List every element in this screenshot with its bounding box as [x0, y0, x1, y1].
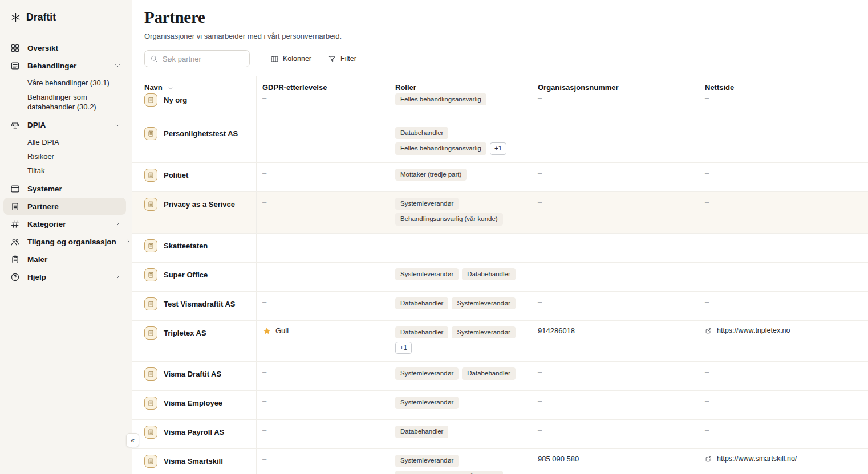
- table-row-personlighetstest-as[interactable]: Personlighetstest AS–DatabehandlerFelles…: [132, 121, 868, 163]
- empty-value: –: [538, 367, 542, 376]
- partner-name-cell: Visma Draftit AS: [132, 362, 257, 390]
- partner-name-cell: Ny org: [132, 92, 257, 121]
- arrow-down-icon[interactable]: [167, 84, 175, 91]
- empty-value: –: [705, 169, 709, 177]
- role-badge: Databehandler: [395, 297, 448, 309]
- roles-list: SystemleverandørBehandlingsansvarlig (vå…: [395, 455, 531, 474]
- roles-extra-count-badge[interactable]: +1: [395, 342, 412, 354]
- gdpr-cell: –: [257, 391, 390, 419]
- roles-cell: SystemleverandørDatabehandler: [390, 362, 532, 390]
- column-header-nettside[interactable]: Nettside: [699, 76, 868, 92]
- sidebar-collapse-button[interactable]: «: [126, 433, 139, 447]
- organization-icon: [144, 455, 157, 468]
- gdpr-cell: –: [257, 121, 390, 162]
- orgnr-cell: –: [532, 391, 699, 419]
- empty-value: –: [262, 93, 266, 102]
- sidebar-item-behandlinger[interactable]: Behandlinger: [3, 57, 126, 74]
- website-link[interactable]: https://www.smartskill.no/: [705, 455, 868, 463]
- empty-value: –: [705, 426, 709, 434]
- roles-cell: DatabehandlerSystemleverandør: [390, 292, 532, 320]
- role-badge: Systemleverandør: [452, 297, 515, 309]
- role-badge: Systemleverandør: [395, 397, 459, 408]
- table-row-skatteetaten[interactable]: Skatteetaten–––: [132, 234, 868, 263]
- gdpr-level: Gull: [262, 326, 390, 336]
- website-url: https://www.smartskill.no/: [717, 455, 797, 463]
- gdpr-cell: –: [257, 263, 390, 291]
- column-header-navn[interactable]: Navn: [132, 76, 257, 92]
- partner-name: Ny org: [164, 93, 187, 104]
- table-row-visma-smartskill[interactable]: Visma Smartskill–SystemleverandørBehandl…: [132, 449, 868, 474]
- column-header-roller[interactable]: Roller: [390, 76, 532, 92]
- brand-logo[interactable]: Draftit: [3, 8, 126, 27]
- column-header-orgnr[interactable]: Organisasjonsnummer: [532, 76, 699, 92]
- sidebar-item-tilgang-og-organisasjon[interactable]: Tilgang og organisasjon: [3, 233, 126, 250]
- sidebar-item-partnere[interactable]: Partnere: [3, 198, 126, 215]
- external-link-icon: [705, 327, 712, 334]
- scales-icon: [10, 120, 20, 130]
- gdpr-cell: Gull: [257, 321, 390, 362]
- table-header: Navn GDPR-etterlevelse Roller Organisasj…: [132, 76, 868, 92]
- empty-value: –: [705, 239, 709, 248]
- sidebar-subitem-alle-dpia[interactable]: Alle DPIA: [3, 135, 126, 149]
- filter-button[interactable]: Filter: [328, 55, 356, 63]
- website-cell: –: [699, 263, 868, 291]
- columns-button[interactable]: Kolonner: [270, 55, 311, 63]
- sidebar-item-systemer[interactable]: Systemer: [3, 180, 126, 197]
- table-row-super-office[interactable]: Super Office–SystemleverandørDatabehandl…: [132, 263, 868, 292]
- sidebar-item-maler[interactable]: Maler: [3, 251, 126, 268]
- sidebar-item-hjelp[interactable]: Hjelp: [3, 268, 126, 285]
- sidebar-subitem-risikoer[interactable]: Risikoer: [3, 149, 126, 164]
- list-icon: [10, 61, 20, 71]
- table-row-visma-payroll-as[interactable]: Visma Payroll AS–Databehandler––: [132, 420, 868, 449]
- role-badge: Systemleverandør: [395, 198, 459, 210]
- table-row-visma-employee[interactable]: Visma Employee–Systemleverandør––: [132, 391, 868, 420]
- roles-cell: Systemleverandør: [390, 391, 532, 419]
- roles-extra-count-badge[interactable]: +1: [490, 142, 506, 154]
- sidebar-subitem-v-re-behandlinger-30-1[interactable]: Våre behandlinger (30.1): [3, 76, 126, 90]
- chevron-right-icon: [113, 273, 121, 281]
- building-icon: [10, 202, 20, 211]
- role-badge: Systemleverandør: [452, 326, 515, 338]
- brand-name: Draftit: [26, 11, 56, 23]
- sidebar-item-oversikt[interactable]: Oversikt: [3, 39, 126, 56]
- search-input[interactable]: [144, 50, 250, 67]
- column-header-gdpr[interactable]: GDPR-etterlevelse: [257, 76, 390, 92]
- table-row-privacy-as-a-serivce[interactable]: Privacy as a Serivce–SystemleverandørBeh…: [132, 192, 868, 234]
- help-icon: [10, 272, 20, 282]
- orgnr-cell: –: [532, 192, 699, 233]
- sidebar-subitem-tiltak[interactable]: Tiltak: [3, 164, 126, 178]
- empty-value: –: [538, 397, 542, 405]
- partner-name-cell: Visma Smartskill: [132, 449, 257, 474]
- column-header-label: Navn: [144, 83, 163, 92]
- toolbar: Kolonner Filter: [132, 50, 868, 76]
- organization-icon: [144, 169, 157, 182]
- roles-list: Databehandler: [395, 426, 531, 438]
- star-icon: [262, 326, 271, 336]
- chevron-right-icon: [113, 220, 121, 228]
- organization-icon: [144, 426, 157, 439]
- sidebar-item-label: Hjelp: [27, 273, 106, 281]
- sidebar-item-kategorier[interactable]: Kategorier: [3, 215, 126, 232]
- website-link[interactable]: https://www.tripletex.no: [705, 326, 868, 334]
- partner-name: Visma Draftit AS: [164, 367, 221, 378]
- sidebar-item-dpia[interactable]: DPIA: [3, 116, 126, 133]
- sidebar-subitem-behandlinger-som-databehandler-30-2[interactable]: Behandlinger som databehandler (30.2): [3, 90, 126, 114]
- sidebar-item-label: Tilgang og organisasjon: [27, 238, 116, 246]
- empty-value: –: [538, 93, 542, 102]
- role-badge: Felles behandlingsansvarlig: [395, 142, 486, 154]
- orgnr-cell: –: [532, 263, 699, 291]
- roles-list: SystemleverandørDatabehandler: [395, 367, 531, 379]
- table-row-ny-org[interactable]: Ny org–Felles behandlingsansvarlig––: [132, 92, 868, 121]
- table-row-visma-draftit-as[interactable]: Visma Draftit AS–SystemleverandørDatabeh…: [132, 362, 868, 391]
- table-row-tripletex-as[interactable]: Tripletex ASGullDatabehandlerSystemlever…: [132, 321, 868, 362]
- table-row-test-vismadraftit-as[interactable]: Test Vismadraftit AS–DatabehandlerSystem…: [132, 292, 868, 321]
- table-row-politiet[interactable]: Politiet–Mottaker (tredje part)––: [132, 163, 868, 192]
- role-badge: Behandlingsansvarlig (vår kunde): [395, 471, 503, 474]
- empty-value: –: [705, 127, 709, 136]
- partner-name-cell: Politiet: [132, 163, 257, 191]
- partner-name: Skatteetaten: [164, 239, 208, 250]
- partner-name: Tripletex AS: [164, 326, 206, 337]
- organization-icon: [144, 326, 157, 340]
- chevron-right-icon: [124, 238, 132, 246]
- organization-icon: [144, 198, 157, 211]
